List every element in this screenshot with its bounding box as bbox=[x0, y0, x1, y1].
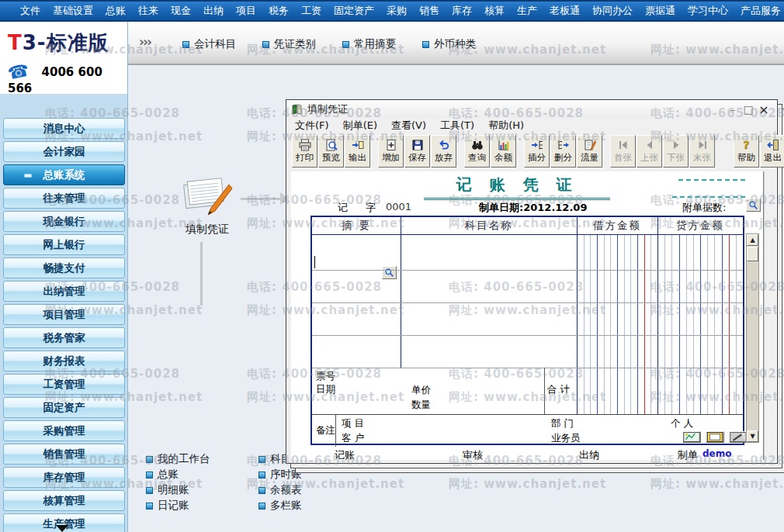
sidebar-item-8[interactable]: 项目管理 bbox=[3, 304, 125, 325]
summary-cell-row1[interactable] bbox=[312, 270, 401, 302]
sidebar-item-11[interactable]: 工资管理 bbox=[3, 374, 125, 395]
left-sidebar: T3-标准版 ☎ 4006 600 566 消息中心会计家园总账系统往来管理现金… bbox=[0, 22, 128, 532]
debit-cell-row3[interactable] bbox=[577, 335, 657, 368]
debit-cell-row1[interactable] bbox=[577, 270, 657, 302]
tab-3[interactable]: 外币种类 bbox=[422, 37, 476, 51]
remark-tool-button-0[interactable] bbox=[682, 431, 701, 443]
maximize-button[interactable]: □ bbox=[741, 103, 756, 116]
toolbar-button-save[interactable]: 保存 bbox=[404, 135, 430, 168]
menu-item-2[interactable]: 总账 bbox=[99, 4, 132, 18]
remark-tool-button-1[interactable] bbox=[706, 431, 724, 443]
tab-1[interactable]: 凭证类别 bbox=[262, 37, 316, 51]
menu-item-4[interactable]: 现金 bbox=[165, 4, 197, 18]
menu-item-3[interactable]: 往来 bbox=[132, 4, 165, 18]
sidebar-item-4[interactable]: 现金银行 bbox=[3, 211, 125, 232]
toolbar-button-add[interactable]: 增加 bbox=[378, 135, 404, 168]
toolbar-button-help[interactable]: ?帮助 bbox=[734, 135, 759, 168]
toolbar-button-insert-split[interactable]: 插分 bbox=[524, 135, 550, 168]
menu-item-14[interactable]: 生产 bbox=[511, 4, 543, 18]
menu-item-18[interactable]: 学习中心 bbox=[682, 4, 734, 18]
toolbar-button-search[interactable]: 查询 bbox=[464, 135, 490, 168]
toolbar-button-printer[interactable]: 打印 bbox=[292, 135, 317, 168]
menu-item-12[interactable]: 库存 bbox=[446, 4, 478, 18]
menu-item-11[interactable]: 销售 bbox=[413, 4, 446, 18]
dialog-title-bar[interactable]: 填制凭证 – □ × bbox=[287, 101, 776, 118]
tab-0[interactable]: 会计科目 bbox=[182, 37, 236, 51]
menu-item-7[interactable]: 税务 bbox=[262, 4, 295, 18]
sidebar-item-1[interactable]: 会计家园 bbox=[3, 141, 125, 162]
sidebar-item-7[interactable]: 出纳管理 bbox=[3, 281, 125, 302]
account-cell-row1[interactable] bbox=[401, 270, 577, 302]
debit-cell-row0[interactable] bbox=[577, 235, 657, 270]
scrollbar-thumb[interactable] bbox=[747, 247, 758, 261]
quick-link-col2-2[interactable]: 余额表 bbox=[258, 482, 302, 498]
menu-item-13[interactable]: 核算 bbox=[478, 4, 511, 18]
quick-link-col1-2[interactable]: 明细账 bbox=[146, 482, 210, 498]
toolbar-button-delete-split[interactable]: 删分 bbox=[550, 135, 576, 168]
attachment-zoom-button[interactable] bbox=[746, 199, 761, 212]
sidebar-item-10[interactable]: 财务报表 bbox=[3, 351, 125, 371]
dialog-menu-item-3[interactable]: 工具(T) bbox=[440, 119, 474, 133]
menu-item-1[interactable]: 基础设置 bbox=[47, 4, 99, 18]
scroll-down-icon[interactable]: ▼ bbox=[747, 430, 758, 442]
credit-cell-row1[interactable] bbox=[657, 270, 743, 302]
toolbar-button-export[interactable]: 输出 bbox=[345, 135, 370, 168]
flow-node-fill-voucher[interactable]: 填制凭证 bbox=[172, 174, 242, 237]
sidebar-item-3[interactable]: 往来管理 bbox=[3, 188, 125, 209]
toolbar-button-undo[interactable]: 放弃 bbox=[431, 135, 456, 168]
footer-ticket-label: 票号 bbox=[316, 370, 335, 383]
toolbar-button-flow[interactable]: 流量 bbox=[577, 135, 602, 168]
credit-cell-row2[interactable] bbox=[657, 302, 743, 335]
account-cell-row0[interactable] bbox=[401, 235, 577, 270]
quick-link-col2-3[interactable]: 多栏账 bbox=[258, 498, 302, 513]
menu-item-16[interactable]: 协同办公 bbox=[586, 4, 639, 18]
menu-item-9[interactable]: 固定资产 bbox=[328, 4, 380, 18]
sidebar-item-0[interactable]: 消息中心 bbox=[3, 118, 125, 139]
credit-cell-row0[interactable] bbox=[657, 235, 743, 270]
menu-item-17[interactable]: 票据通 bbox=[639, 4, 682, 18]
menu-item-8[interactable]: 工资 bbox=[295, 4, 328, 18]
summary-cell-row2[interactable] bbox=[312, 302, 401, 335]
toolbar-button-balance[interactable]: 余额 bbox=[491, 135, 516, 168]
tab-2[interactable]: 常用摘要 bbox=[342, 37, 396, 51]
dialog-menu-item-4[interactable]: 帮助(H) bbox=[488, 119, 524, 133]
sidebar-item-6[interactable]: 畅捷支付 bbox=[3, 257, 125, 278]
dialog-menu-item-1[interactable]: 制单(E) bbox=[343, 119, 377, 133]
dialog-menu-item-2[interactable]: 查看(V) bbox=[391, 119, 426, 133]
voucher-scrollbar[interactable]: ▲ ▼ bbox=[746, 233, 759, 443]
sidebar-item-5[interactable]: 网上银行 bbox=[3, 234, 125, 255]
voucher-date[interactable]: 制单日期:2012.12.09 bbox=[479, 201, 587, 215]
menu-item-5[interactable]: 出纳 bbox=[197, 4, 230, 18]
remark-tool-button-2[interactable] bbox=[729, 431, 748, 443]
sidebar-scroll-down-icon[interactable] bbox=[56, 525, 68, 532]
summary-cell-row3[interactable] bbox=[312, 335, 401, 368]
quick-link-col1-0[interactable]: 我的工作台 bbox=[146, 451, 210, 467]
quick-link-col1-3[interactable]: 日记账 bbox=[146, 498, 210, 513]
sidebar-item-15[interactable]: 库存管理 bbox=[3, 467, 125, 488]
minimize-button[interactable]: – bbox=[725, 103, 741, 116]
debit-cell-row2[interactable] bbox=[577, 302, 657, 335]
toolbar-button-exit[interactable]: 退出 bbox=[760, 135, 784, 168]
sidebar-item-12[interactable]: 固定资产 bbox=[3, 397, 125, 418]
account-cell-row3[interactable] bbox=[401, 335, 577, 368]
voucher-number[interactable]: 0001 bbox=[386, 201, 411, 212]
menu-item-15[interactable]: 老板通 bbox=[543, 4, 586, 18]
sidebar-item-9[interactable]: 税务管家 bbox=[3, 327, 125, 348]
credit-cell-row3[interactable] bbox=[657, 335, 743, 368]
sidebar-item-14[interactable]: 销售管理 bbox=[3, 444, 125, 465]
menu-item-10[interactable]: 采购 bbox=[380, 4, 413, 18]
menu-item-0[interactable]: 文件 bbox=[14, 4, 47, 18]
collapse-panel-icon[interactable]: ››› bbox=[139, 34, 151, 50]
sidebar-item-13[interactable]: 采购管理 bbox=[3, 420, 125, 441]
scroll-up-icon[interactable]: ▲ bbox=[747, 234, 758, 246]
sidebar-item-16[interactable]: 核算管理 bbox=[3, 490, 125, 511]
menu-item-6[interactable]: 项目 bbox=[230, 4, 262, 18]
toolbar-button-preview[interactable]: 预览 bbox=[318, 135, 344, 168]
close-button[interactable]: × bbox=[756, 102, 772, 117]
sidebar-item-2[interactable]: 总账系统 bbox=[3, 164, 125, 185]
dialog-menu-item-0[interactable]: 文件(F) bbox=[295, 119, 329, 133]
menu-item-19[interactable]: 产品服务 bbox=[734, 4, 784, 18]
summary-cell-row0[interactable] bbox=[312, 235, 401, 270]
account-cell-row2[interactable] bbox=[401, 302, 577, 335]
quick-link-col1-1[interactable]: 总账 bbox=[146, 467, 210, 482]
